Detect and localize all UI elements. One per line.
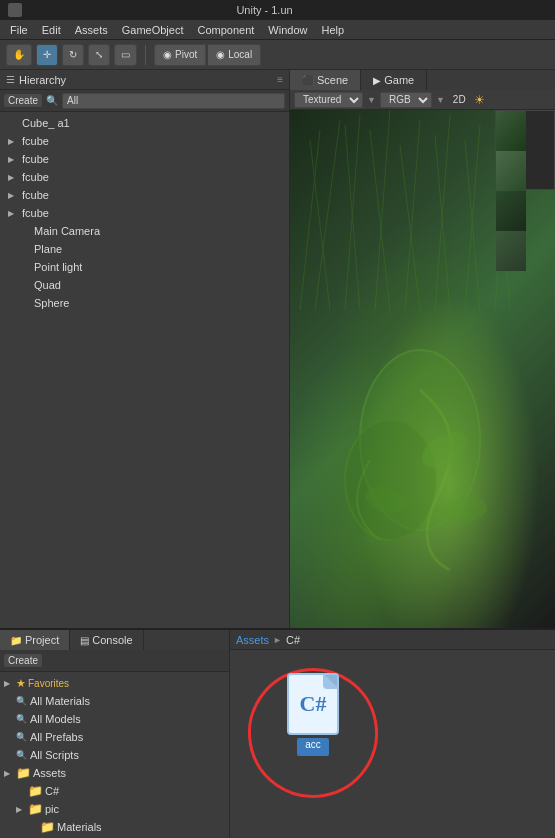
local-label: Local	[228, 49, 252, 60]
hierarchy-item-fcube2[interactable]: ▶ fcube	[0, 150, 289, 168]
assets-folder-icon: 📁	[16, 766, 30, 780]
fcube5-arrow: ▶	[8, 209, 20, 218]
pivot-btn[interactable]: ◉ Pivot	[154, 44, 206, 66]
csharp-file-icon: C#	[287, 673, 339, 735]
project-tab-icon: 📁	[10, 635, 22, 646]
tree-csharp[interactable]: ▶ 📁 C#	[0, 782, 229, 800]
menu-gameobject[interactable]: GameObject	[116, 22, 190, 38]
assets-label: Assets	[33, 767, 66, 779]
hierarchy-menu-icon[interactable]: ≡	[277, 74, 283, 85]
scene-tab-icon: ⬛	[302, 75, 314, 86]
project-controls: Create	[0, 650, 229, 672]
fcube2-arrow: ▶	[8, 155, 20, 164]
svg-line-0	[300, 130, 320, 310]
rect-tool-btn[interactable]: ▭	[114, 44, 137, 66]
breadcrumb-assets[interactable]: Assets	[236, 634, 269, 646]
move-tool-btn[interactable]: ✛	[36, 44, 58, 66]
svg-line-7	[405, 120, 420, 310]
hierarchy-item-plane[interactable]: Plane	[0, 240, 289, 258]
hierarchy-item-cube[interactable]: Cube_ a1	[0, 114, 289, 132]
csharp-file-label: acc	[297, 738, 329, 756]
tree-assets[interactable]: ▶ 📁 Assets	[0, 764, 229, 782]
hierarchy-search-input[interactable]	[62, 93, 285, 109]
hierarchy-item-fcube5[interactable]: ▶ fcube	[0, 204, 289, 222]
project-tree: ▶ ★ Favorites 🔍 All Materials 🔍 All Mode…	[0, 672, 229, 838]
tree-all-scripts[interactable]: 🔍 All Scripts	[0, 746, 229, 764]
quad-label: Quad	[34, 279, 61, 291]
thumb-1	[496, 111, 526, 151]
scale-tool-btn[interactable]: ⤡	[88, 44, 110, 66]
project-create-btn[interactable]: Create	[4, 654, 42, 667]
breadcrumb-arrow-icon: ►	[273, 635, 282, 645]
app-title: Unity - 1.un	[236, 4, 292, 16]
console-tab-icon: ▤	[80, 635, 89, 646]
local-btn[interactable]: ◉ Local	[208, 44, 261, 66]
svg-line-6	[370, 130, 390, 310]
tab-console[interactable]: ▤ Console	[70, 630, 143, 650]
pivot-label: Pivot	[175, 49, 197, 60]
project-tab-label: Project	[25, 634, 59, 646]
pic-folder-icon: 📁	[28, 802, 42, 816]
menu-component[interactable]: Component	[191, 22, 260, 38]
hierarchy-item-sphere[interactable]: Sphere	[0, 294, 289, 312]
scene-mode-dropdown[interactable]: Textured	[294, 92, 363, 108]
tree-all-models[interactable]: 🔍 All Models	[0, 710, 229, 728]
hierarchy-title: Hierarchy	[19, 74, 66, 86]
scene-tabs: ⬛ Scene ▶ Game	[290, 70, 555, 90]
svg-line-8	[400, 145, 420, 310]
scene-tab-label: Scene	[317, 74, 348, 86]
tab-scene[interactable]: ⬛ Scene	[290, 70, 361, 90]
assets-arrow: ▶	[4, 769, 16, 778]
thumb-2	[496, 151, 526, 191]
tab-game[interactable]: ▶ Game	[361, 70, 427, 90]
hand-tool-btn[interactable]: ✋	[6, 44, 32, 66]
tree-materials[interactable]: ▶ 📁 Materials	[0, 818, 229, 836]
scene-color-dropdown[interactable]: RGB	[380, 92, 432, 108]
menu-assets[interactable]: Assets	[69, 22, 114, 38]
search-scripts-icon: 🔍	[16, 750, 27, 760]
fcube3-arrow: ▶	[8, 173, 20, 182]
all-prefabs-label: All Prefabs	[30, 731, 83, 743]
menu-help[interactable]: Help	[315, 22, 350, 38]
fcube5-label: fcube	[22, 207, 49, 219]
hierarchy-controls: Create 🔍	[0, 90, 289, 112]
rotate-tool-btn[interactable]: ↻	[62, 44, 84, 66]
cube-label: Cube_ a1	[22, 117, 70, 129]
hierarchy-create-btn[interactable]: Create	[4, 94, 42, 107]
scene-viewport	[290, 110, 555, 628]
hierarchy-item-quad[interactable]: Quad	[0, 276, 289, 294]
star-icon: ★	[16, 677, 26, 690]
all-materials-label: All Materials	[30, 695, 90, 707]
search-icon: 🔍	[46, 95, 58, 106]
toolbar: ✋ ✛ ↻ ⤡ ▭ ◉ Pivot ◉ Local	[0, 40, 555, 70]
project-panel: 📁 Project ▤ Console Create ▶ ★ Favorites…	[0, 630, 230, 838]
csharp-file-item[interactable]: C# acc	[278, 673, 348, 756]
hierarchy-item-fcube4[interactable]: ▶ fcube	[0, 186, 289, 204]
pic-arrow: ▶	[16, 805, 28, 814]
menu-file[interactable]: File	[4, 22, 34, 38]
fcube4-label: fcube	[22, 189, 49, 201]
tree-all-prefabs[interactable]: 🔍 All Prefabs	[0, 728, 229, 746]
menu-edit[interactable]: Edit	[36, 22, 67, 38]
hierarchy-item-camera[interactable]: Main Camera	[0, 222, 289, 240]
hierarchy-panel: ☰ Hierarchy ≡ Create 🔍 Cube_ a1 ▶ fcube …	[0, 70, 290, 628]
hierarchy-item-fcube1[interactable]: ▶ fcube	[0, 132, 289, 150]
menu-window[interactable]: Window	[262, 22, 313, 38]
hierarchy-item-fcube3[interactable]: ▶ fcube	[0, 168, 289, 186]
tab-project[interactable]: 📁 Project	[0, 630, 70, 650]
svg-point-16	[345, 420, 435, 540]
favorites-arrow: ▶	[4, 679, 16, 688]
color-dropdown-arrow: ▼	[436, 95, 445, 105]
toolbar-sep	[145, 45, 146, 65]
scene-view[interactable]	[290, 110, 555, 628]
hierarchy-item-pointlight[interactable]: Point light	[0, 258, 289, 276]
sun-icon[interactable]: ☀	[474, 93, 485, 107]
tree-all-materials[interactable]: 🔍 All Materials	[0, 692, 229, 710]
mode-2d-btn[interactable]: 2D	[453, 94, 466, 105]
pointlight-label: Point light	[34, 261, 82, 273]
thumb-3	[496, 191, 526, 231]
tree-pic[interactable]: ▶ 📁 pic	[0, 800, 229, 818]
tree-favorites[interactable]: ▶ ★ Favorites	[0, 674, 229, 692]
breadcrumb-csharp[interactable]: C#	[286, 634, 300, 646]
pivot-icon: ◉	[163, 49, 172, 60]
